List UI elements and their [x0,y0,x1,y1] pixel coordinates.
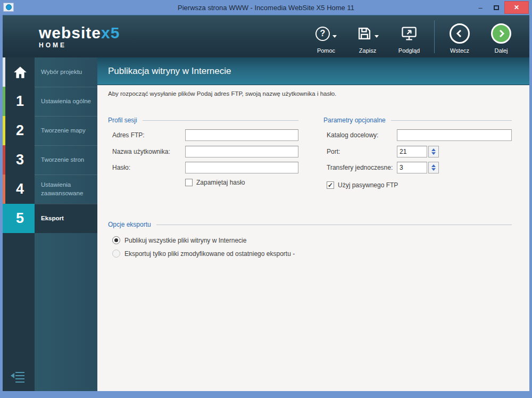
password-label: Hasło: [112,164,185,171]
remember-password-checkbox[interactable]: Zapamiętaj hasło [185,179,245,186]
radio-unselected-icon [112,250,120,258]
sidebar-item-label: Ustawienia ogólne [35,87,97,116]
section-divider [391,120,512,121]
brand-x5: x5 [101,24,120,42]
close-button[interactable]: ✕ [504,1,529,14]
preview-button[interactable]: Podgląd [388,22,430,54]
steps-sidebar: Wybór projektu 1 Ustawienia ogólne 2 Two… [3,57,97,391]
export-options-section: Opcje eksportu [108,220,512,229]
app-window: Pierwsza strona WWW - Incomedia WebSite … [0,0,532,398]
username-input[interactable] [185,146,298,157]
save-button[interactable]: Zapisz [347,22,388,54]
dropdown-arrow-icon [375,35,379,38]
publish-all-files-radio[interactable]: Publikuj wszystkie pliki witryny w Inter… [112,236,246,244]
spin-up-icon [431,148,436,151]
step-number: 2 [5,116,35,145]
destination-folder-input[interactable] [397,129,512,141]
ftp-address-label: Adres FTP: [112,131,185,139]
simultaneous-transfers-input[interactable] [397,162,427,173]
collapse-sidebar-button[interactable] [10,371,25,385]
radio-selected-icon [112,236,120,244]
help-button[interactable]: ? Pomoc [305,22,347,54]
save-icon [357,26,372,41]
publish-all-files-label: Publikuj wszystkie pliki witryny w Inter… [124,237,246,244]
optional-params-section: Parametry opcjonalne [323,116,512,125]
section-title: Opcje eksportu [108,221,151,228]
help-icon: ? [315,27,330,41]
collapse-sidebar-icon [10,371,25,383]
brand-logo: websitex5 HOME [39,25,120,48]
port-stepper[interactable] [428,146,439,157]
sidebar-item-label: Wybór projektu [35,57,97,87]
sidebar-item-label: Eksport [35,204,97,233]
sidebar-filler [3,233,97,391]
export-modified-only-label: Eksportuj tylko pliki zmodyfikowane od o… [124,250,295,258]
section-title: Parametry opcjonalne [323,117,386,124]
destination-folder-label: Katalog docelowy: [327,131,397,139]
help-label: Pomoc [317,47,335,54]
section-divider [143,120,298,121]
spin-up-icon [431,164,436,167]
transfers-stepper[interactable] [428,162,439,173]
window-title: Pierwsza strona WWW - Incomedia WebSite … [0,4,532,12]
section-title: Profil sesji [108,117,137,124]
sidebar-item-label: Ustawienia zaawansowane [35,175,97,204]
sidebar-item-map-creation[interactable]: 2 Tworzenie mapy [3,116,97,145]
step-number: 4 [5,175,35,204]
spin-down-icon [431,168,436,171]
step-number: 3 [5,145,35,175]
sidebar-item-general-settings[interactable]: 1 Ustawienia ogólne [3,87,97,116]
brand-home: HOME [39,42,120,48]
back-icon [450,23,470,44]
main-content: Publikacja witryny w Internecie Aby rozp… [97,57,529,391]
sidebar-item-export[interactable]: 5 Eksport [3,204,97,233]
step-number: 1 [5,87,35,116]
session-profile-section: Profil sesji [108,116,298,125]
page-title: Publikacja witryny w Internecie [97,57,529,85]
dropdown-arrow-icon [332,35,337,38]
sidebar-item-advanced-settings[interactable]: 4 Ustawienia zaawansowane [3,175,97,204]
back-label: Wstecz [450,47,469,54]
sidebar-item-page-creation[interactable]: 3 Tworzenie stron [3,145,97,175]
username-label: Nazwa użytkownika: [112,148,185,155]
preview-label: Podgląd [398,47,420,54]
step-number: 5 [5,204,35,233]
sidebar-item-label: Tworzenie stron [35,145,97,175]
port-label: Port: [327,148,397,155]
app-logo-icon [3,3,14,12]
checkbox-checked-icon: ✓ [327,181,334,189]
checkbox-icon [185,179,193,186]
ftp-address-input[interactable] [185,129,298,141]
maximize-icon [494,5,499,10]
sidebar-item-project-selection[interactable]: Wybór projektu [3,57,97,87]
export-modified-only-radio[interactable]: Eksportuj tylko pliki zmodyfikowane od o… [112,250,295,258]
maximize-button[interactable] [488,2,504,13]
minimize-button[interactable]: – [472,2,488,13]
next-icon [491,23,511,44]
port-input[interactable] [397,146,427,157]
next-button[interactable]: Dalej [480,22,522,54]
home-icon [5,57,35,87]
remember-password-label: Zapamiętaj hasło [196,179,245,186]
page-description: Aby rozpocząć wysyłanie plików Podaj adr… [108,90,519,97]
preview-icon [401,26,418,42]
simultaneous-transfers-label: Transfery jednoczesne: [327,164,397,171]
toolbar-separator [434,20,435,53]
spin-down-icon [431,152,436,155]
next-label: Dalej [494,47,508,54]
section-divider [156,225,512,225]
back-button[interactable]: Wstecz [439,22,480,54]
passive-ftp-checkbox[interactable]: ✓ Użyj pasywnego FTP [327,181,398,189]
brand-website: website [39,24,101,42]
titlebar: Pierwsza strona WWW - Incomedia WebSite … [0,0,532,15]
password-input[interactable] [185,162,298,173]
passive-ftp-label: Użyj pasywnego FTP [338,181,398,189]
toolbar: websitex5 HOME ? Pomoc [3,15,529,57]
sidebar-item-label: Tworzenie mapy [35,116,97,145]
save-label: Zapisz [359,47,376,54]
